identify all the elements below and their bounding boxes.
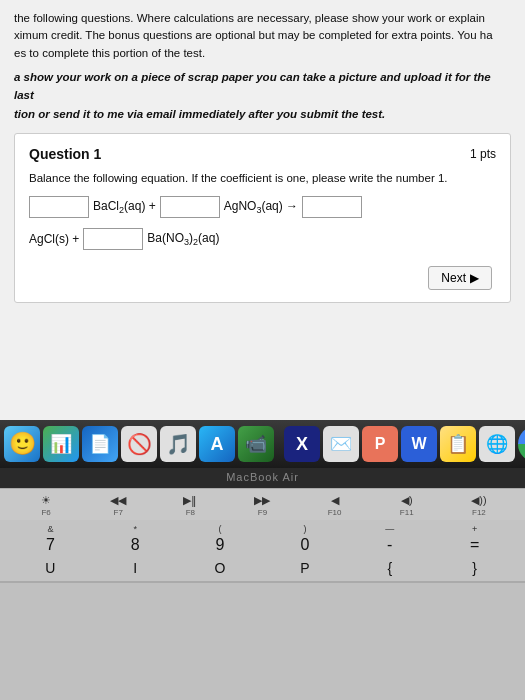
f6-label: F6 — [41, 508, 50, 517]
music-icon[interactable]: 🎵 — [160, 426, 196, 462]
x-icon[interactable]: X — [284, 426, 320, 462]
instructions-text: the following questions. Where calculati… — [14, 10, 511, 62]
key-equals-num: = — [470, 535, 479, 554]
coeff-bano3-input[interactable] — [83, 228, 143, 250]
key-9-sym: ( — [219, 524, 222, 535]
question-card: Question 1 1 pts Balance the following e… — [14, 133, 511, 303]
key-8[interactable]: * 8 — [113, 524, 157, 554]
key-o[interactable]: O — [198, 560, 242, 576]
key-p[interactable]: P — [283, 560, 327, 576]
f12-icon: ◀)) — [471, 494, 486, 507]
bot-key-row: U I O P { } — [0, 557, 525, 583]
num-key-row: & 7 * 8 ( 9 ) 0 — - + = — [0, 520, 525, 557]
question-header: Question 1 1 pts — [29, 146, 496, 162]
question-pts: 1 pts — [470, 147, 496, 161]
coeff-bacl2-input[interactable] — [29, 196, 89, 218]
agno3-label: AgNO3(aq) → — [224, 199, 298, 215]
finder-icon[interactable]: 🙂 — [4, 426, 40, 462]
equation-row-1: BaCl2(aq) + AgNO3(aq) → — [29, 196, 496, 218]
clock-icon[interactable]: 🌐 — [479, 426, 515, 462]
key-9[interactable]: ( 9 — [198, 524, 242, 554]
f8-label: F8 — [186, 508, 195, 517]
f7-icon: ◀◀ — [110, 494, 126, 507]
chrome-icon[interactable] — [518, 426, 525, 462]
f6-icon: ☀ — [41, 494, 51, 507]
key-lbrace[interactable]: { — [368, 560, 412, 576]
key-7-sym: & — [47, 524, 53, 535]
agcl-label: AgCl(s) + — [29, 232, 79, 246]
f9-icon: ▶▶ — [254, 494, 270, 507]
key-0-sym: ) — [303, 524, 306, 535]
f11-icon: ◀) — [401, 494, 413, 507]
appstore-icon[interactable]: A — [199, 426, 235, 462]
notes-icon[interactable]: 📋 — [440, 426, 476, 462]
key-7[interactable]: & 7 — [28, 524, 72, 554]
next-button[interactable]: Next ▶ — [428, 266, 492, 290]
mail-icon[interactable]: ✉️ — [323, 426, 359, 462]
f12-label: F12 — [472, 508, 486, 517]
question-body: Balance the following equation. If the c… — [29, 172, 496, 184]
next-label: Next — [441, 271, 466, 285]
main-content: the following questions. Where calculati… — [0, 0, 525, 420]
coeff-agno3-input[interactable] — [160, 196, 220, 218]
equation-area: BaCl2(aq) + AgNO3(aq) → AgCl(s) + Ba(NO3… — [29, 196, 496, 250]
bacl2-label: BaCl2(aq) + — [93, 199, 156, 215]
key-0-num: 0 — [300, 535, 309, 554]
key-8-sym: * — [133, 524, 137, 535]
key-minus-sym: — — [385, 524, 394, 535]
f8-icon: ▶‖ — [183, 494, 197, 507]
instructions-bold: a show your work on a piece of scrap pap… — [14, 68, 511, 123]
key-equals[interactable]: + = — [453, 524, 497, 554]
f12-key[interactable]: ◀)) F12 — [457, 494, 501, 517]
facetime-icon[interactable]: 📹 — [238, 426, 274, 462]
key-rbrace[interactable]: } — [453, 560, 497, 576]
next-arrow-icon: ▶ — [470, 271, 479, 285]
key-9-num: 9 — [216, 535, 225, 554]
f11-key[interactable]: ◀) F11 — [385, 494, 429, 517]
macbook-label: MacBook Air — [0, 468, 525, 488]
equation-row-2: AgCl(s) + Ba(NO3)2(aq) — [29, 228, 496, 250]
f11-label: F11 — [400, 508, 414, 517]
question-title: Question 1 — [29, 146, 101, 162]
bano3-label: Ba(NO3)2(aq) — [147, 231, 219, 247]
f7-key[interactable]: ◀◀ F7 — [96, 494, 140, 517]
key-minus[interactable]: — - — [368, 524, 412, 554]
f8-key[interactable]: ▶‖ F8 — [168, 494, 212, 517]
key-u[interactable]: U — [28, 560, 72, 576]
key-0[interactable]: ) 0 — [283, 524, 327, 554]
f6-key[interactable]: ☀ F6 — [24, 494, 68, 517]
key-7-num: 7 — [46, 535, 55, 554]
coeff-product1-input[interactable] — [302, 196, 362, 218]
word-icon[interactable]: W — [401, 426, 437, 462]
f10-icon: ◀ — [331, 494, 339, 507]
powerpoint-icon[interactable]: P — [362, 426, 398, 462]
next-btn-row: Next ▶ — [29, 266, 496, 290]
f9-label: F9 — [258, 508, 267, 517]
word-doc-icon[interactable]: 📄 — [82, 426, 118, 462]
macbook-air-text: MacBook Air — [226, 471, 299, 483]
f10-label: F10 — [328, 508, 342, 517]
f9-key[interactable]: ▶▶ F9 — [240, 494, 284, 517]
f7-label: F7 — [114, 508, 123, 517]
key-minus-num: - — [387, 535, 392, 554]
f10-key[interactable]: ◀ F10 — [313, 494, 357, 517]
no-entry-icon[interactable]: 🚫 — [121, 426, 157, 462]
taskbar: 🙂 📊 📄 🚫 🎵 A 📹 X ✉️ P W 📋 🌐 🗑 — [0, 420, 525, 468]
key-equals-sym: + — [472, 524, 477, 535]
launchpad-icon[interactable]: 📊 — [43, 426, 79, 462]
fn-key-row: ☀ F6 ◀◀ F7 ▶‖ F8 ▶▶ F9 ◀ F10 ◀) F11 ◀)) … — [0, 488, 525, 520]
key-i[interactable]: I — [113, 560, 157, 576]
key-8-num: 8 — [131, 535, 140, 554]
